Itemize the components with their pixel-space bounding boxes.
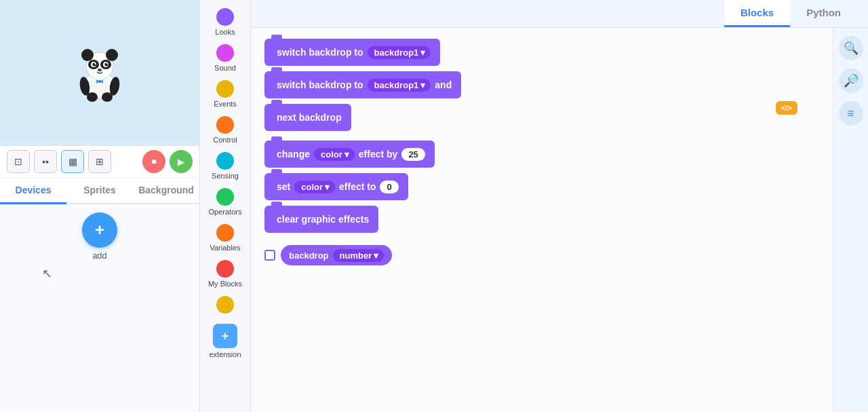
block-backdrop-number[interactable]: backdrop number ▾ [281,245,392,265]
number-dropdown[interactable]: number ▾ [333,249,384,262]
palette-operators[interactable]: Operators [202,185,248,219]
palette-extension[interactable]: + extension [202,321,248,361]
svg-point-3 [106,49,118,61]
workspace-wrapper: Blocks Python switch backdrop to backdro… [251,0,868,412]
operators-dot [216,188,234,206]
change-text: change [277,149,310,160]
tab-python[interactable]: Python [790,0,857,27]
svg-point-16 [87,92,98,102]
xml-badge[interactable]: </> [776,101,797,115]
control-label: Control [213,136,237,144]
switch-backdrop-text: switch backdrop to [277,47,363,58]
svg-point-2 [81,49,94,61]
block-switch-backdrop-2[interactable]: switch backdrop to backdrop1 ▾ and [264,71,819,98]
variables-label: Variables [210,244,240,252]
operators-label: Operators [209,208,242,216]
and-text: and [435,79,452,90]
palette-sound[interactable]: Sound [202,41,248,75]
add-device-label: add [92,250,107,261]
palette-myblocks[interactable]: My Blocks [202,257,248,291]
control-dot [216,116,234,134]
myblocks-dot [216,260,234,278]
add-device-circle[interactable]: + [82,212,117,248]
tab-background[interactable]: Background [133,178,199,204]
svg-point-11 [106,63,108,64]
main-tabs: Devices Sprites Background [0,178,199,204]
sound-label: Sound [214,64,236,72]
next-backdrop-text: next backdrop [277,112,342,123]
value-0: 0 [380,181,398,193]
view-mode-1-button[interactable]: ⊡ [7,150,30,173]
tab-blocks[interactable]: Blocks [724,0,790,27]
backdrop1-dropdown-1[interactable]: backdrop1 ▾ [368,46,431,59]
block-next-backdrop[interactable]: next backdrop [264,104,819,131]
svg-point-10 [94,63,96,64]
editor-tabs: Blocks Python [251,0,868,28]
palette-extra[interactable] [202,293,248,318]
events-label: Events [214,100,237,108]
extension-label: extension [209,350,241,358]
palette-events[interactable]: Events [202,77,248,111]
view-mode-4-button[interactable]: ⊞ [88,150,111,173]
set-text: set [277,181,290,192]
looks-label: Looks [215,28,235,36]
events-dot [216,80,234,98]
color-dropdown-2[interactable]: color ▾ [294,181,335,193]
myblocks-label: My Blocks [208,280,242,288]
palette-variables[interactable]: Variables [202,221,248,255]
stop-button[interactable]: ■ [142,150,165,173]
add-device-block[interactable]: + add [8,212,191,261]
sprites-content: + add ↖ [0,204,199,412]
clear-graphic-effects-text: clear graphic effects [277,214,369,225]
effect-to-text: effect to [339,181,376,192]
backdrop-label: backdrop [289,250,329,261]
palette-sensing[interactable]: Sensing [202,149,248,183]
stage-area [0,0,199,146]
zoom-out-button[interactable]: 🔎 [839,69,863,93]
left-panel: ⊡ ▪▪ ▦ ⊞ ■ ▶ Devices Sprites Background … [0,0,200,412]
blocks-area: switch backdrop to backdrop1 ▾ switch ba… [251,28,833,276]
view-mode-2-button[interactable]: ▪▪ [34,150,57,173]
variables-dot [216,224,234,242]
color-dropdown-1[interactable]: color ▾ [314,148,355,161]
tab-devices[interactable]: Devices [0,178,66,204]
center-button[interactable]: ≡ [839,101,863,126]
backdrop1-dropdown-2[interactable]: backdrop1 ▾ [368,79,431,92]
block-backdrop-number-row: backdrop number ▾ [264,245,819,265]
svg-point-8 [93,62,96,66]
right-tools: 🔍 🔎 ≡ [833,28,868,412]
workspace-body: switch backdrop to backdrop1 ▾ switch ba… [251,28,868,412]
svg-point-20 [98,80,101,83]
panda-sprite [76,44,123,102]
sound-dot [216,44,234,62]
svg-point-9 [105,62,108,66]
zoom-in-button[interactable]: 🔍 [839,36,863,60]
tab-sprites[interactable]: Sprites [66,178,133,204]
palette-looks[interactable]: Looks [202,5,248,39]
code-area: switch backdrop to backdrop1 ▾ switch ba… [251,28,833,412]
effect-by-text: effect by [359,149,398,160]
view-mode-3-button[interactable]: ▦ [61,150,84,173]
run-button[interactable]: ▶ [170,150,193,173]
switch-backdrop-text-2: switch backdrop to [277,79,363,90]
value-25: 25 [401,148,425,161]
palette-control[interactable]: Control [202,113,248,147]
sensing-dot [216,152,234,170]
extension-button[interactable]: + [213,324,237,348]
sensing-label: Sensing [212,172,239,180]
looks-dot [216,8,234,26]
cursor-icon: ↖ [42,266,52,281]
block-change-color-effect[interactable]: change color ▾ effect by 25 [264,141,819,168]
block-set-color-effect[interactable]: set color ▾ effect to 0 [264,173,819,200]
extra-dot [216,296,234,314]
block-switch-backdrop-1[interactable]: switch backdrop to backdrop1 ▾ [264,39,819,66]
svg-point-12 [98,69,102,71]
toolbar-row: ⊡ ▪▪ ▦ ⊞ ■ ▶ [0,146,199,178]
block-clear-effects[interactable]: clear graphic effects [264,206,819,233]
backdrop-number-checkbox[interactable] [264,250,275,261]
svg-point-17 [102,92,113,102]
block-palette: Looks Sound Events Control Sensing Opera… [200,0,251,412]
